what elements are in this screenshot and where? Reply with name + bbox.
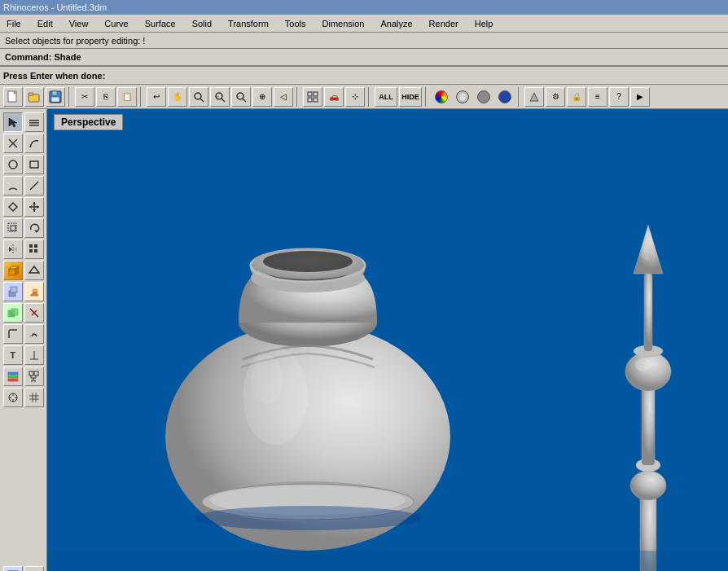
svg-point-102 bbox=[635, 358, 651, 371]
paste-button[interactable]: 📋 bbox=[117, 87, 137, 107]
svg-rect-43 bbox=[29, 249, 33, 253]
text-button[interactable]: T bbox=[3, 345, 23, 365]
select-options-button[interactable] bbox=[24, 112, 44, 132]
render-shaded-button[interactable] bbox=[495, 87, 515, 107]
scale-button[interactable] bbox=[3, 218, 23, 238]
copy-button[interactable]: ⎘ bbox=[96, 87, 116, 107]
snap-button[interactable]: ⊹ bbox=[345, 87, 365, 107]
save-button[interactable] bbox=[46, 87, 65, 107]
render-mode-button[interactable] bbox=[453, 87, 472, 107]
annotate-button[interactable] bbox=[24, 345, 44, 365]
grid-button[interactable] bbox=[24, 388, 44, 407]
render-triangle-button[interactable] bbox=[524, 87, 544, 107]
viewport-3d[interactable]: Perspective bbox=[47, 109, 728, 571]
extrude-button[interactable] bbox=[3, 282, 23, 301]
curve-button[interactable] bbox=[24, 134, 44, 153]
status-text-1: Select objects for property editing: ! bbox=[5, 36, 145, 46]
svg-rect-50 bbox=[11, 287, 17, 292]
array-button[interactable] bbox=[24, 239, 44, 259]
main-area: T bbox=[0, 109, 728, 571]
offset-button[interactable] bbox=[24, 324, 44, 344]
left-toolbar: T bbox=[0, 109, 47, 571]
svg-marker-40 bbox=[14, 247, 17, 252]
pan-button[interactable]: ✋ bbox=[168, 87, 187, 107]
svg-rect-5 bbox=[52, 91, 57, 95]
unknown-button[interactable]: ≡ bbox=[588, 87, 607, 107]
undo-button[interactable]: ↩ bbox=[147, 87, 166, 107]
solid-button[interactable] bbox=[3, 261, 23, 280]
select-button[interactable] bbox=[3, 112, 23, 132]
help-button[interactable]: ? bbox=[609, 87, 629, 107]
rect-button[interactable] bbox=[24, 155, 44, 174]
svg-point-7 bbox=[195, 93, 201, 99]
svg-rect-61 bbox=[29, 371, 33, 376]
render-solid-button[interactable] bbox=[474, 87, 493, 107]
toolbar-row-transform bbox=[3, 197, 44, 217]
sep4 bbox=[368, 87, 371, 107]
prompt-text: Press Enter when done: bbox=[3, 71, 105, 81]
viewport-layout-button[interactable] bbox=[303, 87, 322, 107]
menu-dimension[interactable]: Dimension bbox=[319, 17, 368, 30]
cut-button[interactable]: ✂ bbox=[75, 87, 94, 107]
svg-rect-41 bbox=[29, 244, 33, 248]
svg-rect-45 bbox=[9, 269, 15, 275]
zoom-window-button[interactable]: + bbox=[210, 87, 230, 107]
snap-settings-button[interactable] bbox=[3, 388, 23, 407]
menu-tools[interactable]: Tools bbox=[282, 17, 309, 30]
indicator-button[interactable] bbox=[3, 566, 23, 571]
menu-surface[interactable]: Surface bbox=[142, 17, 179, 30]
svg-rect-44 bbox=[34, 249, 37, 253]
prev-view-button[interactable]: ◁ bbox=[274, 87, 293, 107]
fillet-button[interactable] bbox=[3, 324, 23, 344]
menu-view[interactable]: View bbox=[66, 17, 92, 30]
svg-rect-18 bbox=[314, 98, 318, 102]
menu-render[interactable]: Render bbox=[426, 17, 462, 30]
sep1 bbox=[68, 87, 72, 107]
circle-button[interactable] bbox=[3, 155, 23, 174]
arc-button[interactable] bbox=[3, 176, 23, 195]
open-button[interactable] bbox=[24, 87, 44, 107]
svg-line-8 bbox=[200, 99, 204, 102]
svg-rect-16 bbox=[314, 92, 318, 96]
menu-curve[interactable]: Curve bbox=[101, 17, 131, 30]
settings-button[interactable]: ⚙ bbox=[546, 87, 565, 107]
menu-help[interactable]: Help bbox=[471, 17, 497, 30]
mirror-button[interactable] bbox=[3, 239, 23, 259]
transform-button[interactable] bbox=[3, 197, 23, 217]
svg-rect-53 bbox=[11, 309, 18, 315]
menu-file[interactable]: File bbox=[3, 17, 24, 30]
menu-solid[interactable]: Solid bbox=[189, 17, 215, 30]
all-button[interactable]: ALL bbox=[375, 87, 397, 107]
zoom-target-button[interactable]: ⊕ bbox=[252, 87, 272, 107]
menu-edit[interactable]: Edit bbox=[34, 17, 56, 30]
move-button[interactable] bbox=[24, 197, 44, 217]
zoom-extents-button[interactable] bbox=[189, 87, 208, 107]
loft-button[interactable] bbox=[24, 282, 44, 301]
line-button[interactable] bbox=[24, 176, 44, 195]
extra-button[interactable]: ▶ bbox=[630, 87, 650, 107]
svg-text:-: - bbox=[238, 94, 239, 99]
menu-analyze[interactable]: Analyze bbox=[377, 17, 415, 30]
new-button[interactable] bbox=[3, 87, 23, 107]
svg-point-96 bbox=[194, 506, 422, 530]
surface-button[interactable] bbox=[24, 261, 44, 280]
trim-button[interactable] bbox=[24, 303, 44, 323]
lock-button[interactable]: 🔒 bbox=[567, 87, 586, 107]
group-button[interactable] bbox=[24, 367, 44, 386]
measure-button[interactable] bbox=[24, 566, 44, 571]
zoom-dynamic-button[interactable]: - bbox=[231, 87, 251, 107]
svg-marker-34 bbox=[37, 205, 39, 209]
point-button[interactable] bbox=[3, 134, 23, 153]
svg-marker-39 bbox=[9, 247, 12, 252]
rotate-button[interactable] bbox=[24, 218, 44, 238]
svg-line-28 bbox=[30, 182, 38, 190]
hide-button[interactable]: HIDE bbox=[399, 87, 422, 107]
status-bar-1: Select objects for property editing: ! bbox=[0, 33, 728, 49]
color-red-button[interactable] bbox=[432, 87, 451, 107]
toolbar-row-indicator bbox=[3, 566, 44, 571]
boolean-button[interactable] bbox=[3, 303, 23, 323]
layer-button[interactable] bbox=[3, 367, 23, 386]
title-bar: Rhinoceros - Untitled.3dm bbox=[0, 0, 728, 15]
menu-transform[interactable]: Transform bbox=[225, 17, 272, 30]
object-button[interactable]: 🚗 bbox=[324, 87, 344, 107]
